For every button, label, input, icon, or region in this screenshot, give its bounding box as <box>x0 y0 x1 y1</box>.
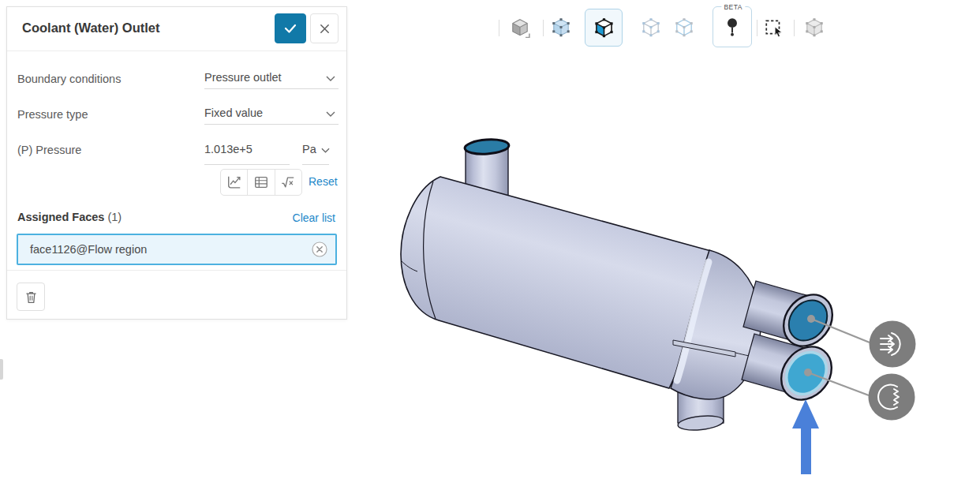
panel-title-row: Coolant (Water) Outlet <box>7 7 346 51</box>
probe-point-icon <box>722 17 742 40</box>
assigned-face-name: face1126@Flow region <box>30 243 147 256</box>
assigned-faces-count: (1) <box>107 211 122 223</box>
trash-icon <box>24 290 39 305</box>
remove-face-button[interactable] <box>311 241 328 258</box>
assigned-face-chip[interactable]: face1126@Flow region <box>17 234 337 265</box>
leader-dot-lower <box>804 369 812 376</box>
pressure-type-value: Fixed value <box>204 107 263 119</box>
assigned-faces-label: Assigned Faces(1) <box>17 211 122 223</box>
toolbar-separator <box>794 20 795 36</box>
solid-body-select-icon[interactable] <box>510 17 530 38</box>
pressure-unit-value: Pa <box>302 143 316 155</box>
chart-input-button[interactable] <box>221 170 247 195</box>
field-underline <box>204 88 339 89</box>
clear-list-link[interactable]: Clear list <box>293 211 335 224</box>
reset-link[interactable]: Reset <box>309 175 338 188</box>
panel-collapse-handle[interactable] <box>0 359 3 380</box>
hidden-geometry-icon[interactable] <box>804 17 825 38</box>
toolbar-separator <box>543 20 544 36</box>
assigned-faces-title: Assigned Faces <box>17 211 104 223</box>
chevron-down-icon <box>326 71 335 84</box>
apply-button[interactable] <box>275 13 306 43</box>
close-icon <box>319 23 331 35</box>
vertex-select-icon[interactable] <box>674 17 694 38</box>
boundary-conditions-select[interactable]: Pressure outlet <box>204 71 339 84</box>
toolbar-separator <box>757 20 757 36</box>
field-underline <box>204 164 290 165</box>
pressure-unit-select[interactable]: Pa <box>302 143 339 155</box>
box-select-icon[interactable] <box>764 17 784 38</box>
boundary-conditions-label: Boundary conditions <box>17 73 121 85</box>
face-select-icon[interactable] <box>585 9 623 47</box>
chevron-down-icon <box>321 143 330 155</box>
probe-point-button[interactable]: BETA <box>713 6 752 47</box>
toolbar-separator <box>499 20 499 36</box>
field-underline <box>204 124 339 125</box>
check-icon <box>282 21 298 36</box>
delete-selection-button[interactable] <box>17 283 45 311</box>
pressure-type-label: Pressure type <box>17 108 88 121</box>
boundary-condition-panel: Coolant (Water) Outlet Boundary conditio… <box>6 6 347 320</box>
volume-select-icon[interactable] <box>551 17 571 38</box>
boundary-conditions-value: Pressure outlet <box>204 71 282 84</box>
flow-through-face-icon <box>870 321 916 368</box>
lower-outlet-pipe[interactable] <box>742 334 842 410</box>
table-icon <box>253 174 269 190</box>
pressure-label: (P) Pressure <box>17 144 81 156</box>
circle-close-icon <box>311 241 328 258</box>
flow-direction-arrow <box>792 399 819 474</box>
value-input-mode-group <box>220 169 302 196</box>
leader-dot-upper <box>807 315 815 323</box>
line-chart-icon <box>226 174 242 190</box>
table-input-button[interactable] <box>247 170 274 195</box>
field-underline <box>302 164 329 165</box>
page-title: Coolant (Water) Outlet <box>22 21 159 36</box>
sqrt-formula-icon <box>280 174 296 190</box>
edge-select-icon[interactable] <box>641 17 661 38</box>
shell-body[interactable] <box>401 177 711 388</box>
pressure-type-select[interactable]: Fixed value <box>204 107 339 119</box>
pressure-input[interactable] <box>204 141 283 157</box>
cancel-button[interactable] <box>310 13 339 43</box>
beta-badge: BETA <box>721 3 745 11</box>
panel-divider <box>7 270 346 271</box>
pressure-outlet-face-icon <box>869 374 915 421</box>
formula-input-button[interactable] <box>275 170 301 195</box>
chevron-down-icon <box>326 107 335 119</box>
